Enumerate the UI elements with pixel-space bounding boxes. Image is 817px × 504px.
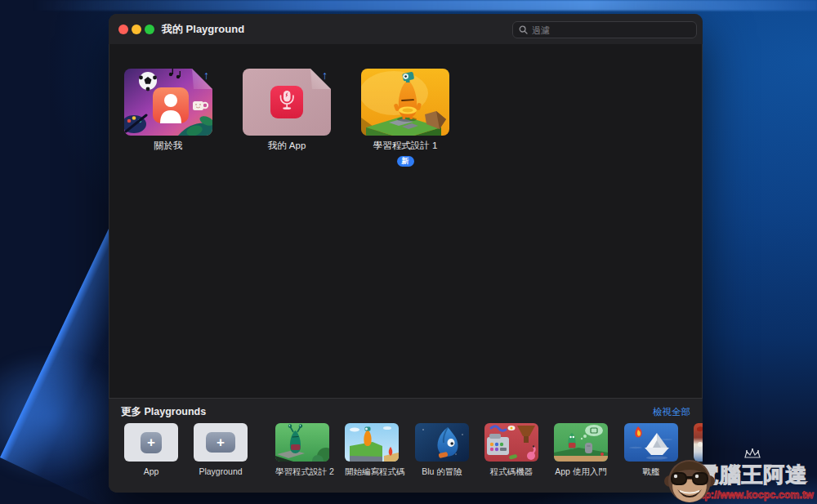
more-playgrounds-header: 更多 Playgrounds: [121, 405, 206, 419]
get-started-with-apps-thumbnail: [554, 423, 608, 462]
playgrounds-window: 我的 Playground: [109, 14, 703, 493]
create-playground-card[interactable]: + Playground: [194, 423, 248, 476]
plus-icon: +: [206, 432, 235, 453]
more-playgrounds-row: + App + Playground: [109, 421, 703, 491]
get-started-with-code-thumbnail: [345, 423, 399, 462]
card-get-started-with-code[interactable]: 開始編寫程式碼: [345, 423, 399, 478]
learn-to-code-1-thumbnail: [361, 69, 449, 136]
watermark-mascot: [664, 458, 715, 504]
playground-item-label: 我的 App: [243, 140, 331, 152]
playground-item-label: 學習程式設計 1: [361, 140, 449, 152]
card-label: App: [124, 466, 178, 476]
blus-adventure-thumbnail: [415, 423, 469, 462]
window-title: 我的 Playground: [162, 14, 244, 44]
more-playgrounds-section: 更多 Playgrounds 檢視全部 + App + Playground: [109, 398, 703, 493]
playground-item-label: 關於我: [124, 140, 212, 152]
close-button[interactable]: [118, 25, 128, 34]
playground-item-my-app[interactable]: ↑ 我的 App: [243, 69, 331, 152]
card-get-started-with-apps[interactable]: App 使用入門: [554, 423, 608, 478]
folded-corner: [310, 69, 331, 89]
battleship-thumbnail: [624, 423, 678, 462]
playground-item-about-me[interactable]: ↑ 關於我: [124, 69, 212, 152]
card-label: App 使用入門: [554, 466, 608, 478]
new-badge: 新: [397, 156, 414, 167]
card-blus-adventure[interactable]: Blu 的冒險: [415, 423, 469, 478]
code-machine-thumbnail: [484, 423, 538, 462]
card-label: 程式碼機器: [484, 466, 538, 478]
playground-item-learn-to-code-1[interactable]: 學習程式設計 1 新: [361, 69, 449, 167]
card-label: Blu 的冒險: [415, 466, 469, 478]
card-learn-to-code-2[interactable]: 學習程式設計 2: [275, 423, 329, 478]
card-label: 開始編寫程式碼: [345, 466, 399, 478]
minimize-button[interactable]: [132, 25, 141, 34]
card-label: 學習程式設計 2: [275, 466, 329, 478]
filter-search-field[interactable]: [512, 21, 697, 38]
search-input[interactable]: [532, 25, 690, 35]
titlebar: 我的 Playground: [109, 14, 703, 44]
desktop-background-top-streak: [0, 0, 817, 11]
shared-upload-icon: ↑: [203, 69, 209, 82]
folded-corner: [192, 69, 212, 89]
zoom-button[interactable]: [145, 25, 154, 34]
crown-icon: [743, 448, 762, 459]
view-all-link[interactable]: 檢視全部: [653, 406, 690, 418]
shared-upload-icon: ↑: [322, 69, 328, 82]
create-app-card[interactable]: + App: [124, 423, 178, 476]
card-label: Playground: [194, 466, 248, 476]
search-icon: [519, 25, 528, 34]
card-code-machine[interactable]: 程式碼機器: [484, 423, 538, 478]
learn-to-code-2-thumbnail: [275, 423, 329, 462]
plus-icon: +: [141, 432, 162, 453]
